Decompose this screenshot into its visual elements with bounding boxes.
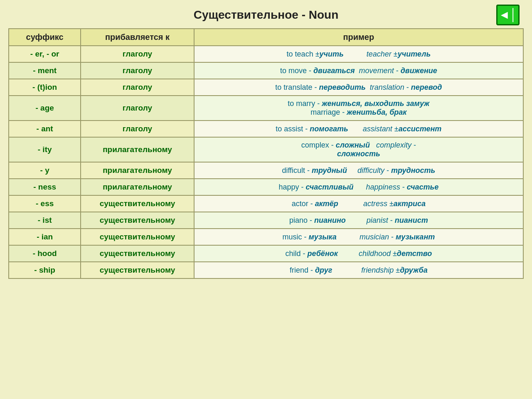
added-to-cell: существительному	[81, 195, 194, 212]
example-cell: to translate - переводить translation - …	[194, 79, 523, 96]
table-row: - yприлагательномуdifficult - трудный di…	[9, 162, 523, 179]
example-cell: actor - актёр actress ±актриса	[194, 195, 523, 212]
table-row: - essсуществительномуactor - актёр actre…	[9, 195, 523, 212]
suffix-cell: - age	[9, 96, 81, 121]
example-cell: happy - счастливый happiness - счастье	[194, 179, 523, 195]
added-to-cell: существительному	[81, 229, 194, 245]
suffix-cell: - ness	[9, 179, 81, 195]
added-to-cell: глаголу	[81, 62, 194, 79]
suffix-cell: - ist	[9, 212, 81, 229]
suffix-cell: - ian	[9, 229, 81, 245]
table-header-row: суффикс прибавляется к пример	[9, 29, 523, 46]
suffix-cell: - ess	[9, 195, 81, 212]
suffix-cell: - hood	[9, 245, 81, 262]
example-cell: child - ребёнок childhood ±детство	[194, 245, 523, 262]
col-header-example: пример	[194, 29, 523, 46]
example-cell: to assist - помогать assistant ±ассистен…	[194, 121, 523, 137]
suffix-cell: - ity	[9, 137, 81, 162]
added-to-cell: существительному	[81, 262, 194, 278]
noun-suffixes-table: суффикс прибавляется к пример - er, - or…	[8, 28, 524, 279]
table-row: - (t)ionглаголуto translate - переводить…	[9, 79, 523, 96]
nav-back-button[interactable]: ◄│	[496, 5, 520, 25]
page-title: Существительное - Noun	[194, 8, 339, 22]
table-row: - er, - orглаголуto teach ±учить teacher…	[9, 46, 523, 62]
added-to-cell: глаголу	[81, 121, 194, 137]
col-header-suffix: суффикс	[9, 29, 81, 46]
added-to-cell: глаголу	[81, 79, 194, 96]
example-cell: to move - двигаться movement - движение	[194, 62, 523, 79]
added-to-cell: существительному	[81, 212, 194, 229]
suffix-cell: - y	[9, 162, 81, 179]
suffix-cell: - ship	[9, 262, 81, 278]
table-row: - ityприлагательномуcomplex - сложный co…	[9, 137, 523, 162]
table-row: - ianсуществительномуmusic - музыка musi…	[9, 229, 523, 245]
suffix-cell: - er, - or	[9, 46, 81, 62]
page-header: Существительное - Noun ◄│	[8, 8, 524, 22]
example-cell: piano - пианино pianist - пианист	[194, 212, 523, 229]
added-to-cell: прилагательному	[81, 179, 194, 195]
example-cell: to marry - жениться, выходить замужmarri…	[194, 96, 523, 121]
added-to-cell: прилагательному	[81, 137, 194, 162]
example-cell: difficult - трудный difficulty - труднос…	[194, 162, 523, 179]
table-row: - mentглаголуto move - двигаться movemen…	[9, 62, 523, 79]
table-row: - istсуществительномуpiano - пианино pia…	[9, 212, 523, 229]
suffix-cell: - ant	[9, 121, 81, 137]
table-row: - hoodсуществительномуchild - ребёнок ch…	[9, 245, 523, 262]
example-cell: music - музыка musician - музыкант	[194, 229, 523, 245]
added-to-cell: глаголу	[81, 46, 194, 62]
table-row: - antглаголуto assist - помогать assista…	[9, 121, 523, 137]
added-to-cell: глаголу	[81, 96, 194, 121]
table-row: - shipсуществительномуfriend - друг frie…	[9, 262, 523, 278]
table-row: - nessприлагательномуhappy - счастливый …	[9, 179, 523, 195]
table-row: - ageглаголуto marry - жениться, выходит…	[9, 96, 523, 121]
added-to-cell: существительному	[81, 245, 194, 262]
suffix-cell: - ment	[9, 62, 81, 79]
suffix-cell: - (t)ion	[9, 79, 81, 96]
col-header-added: прибавляется к	[81, 29, 194, 46]
example-cell: to teach ±учить teacher ±учитель	[194, 46, 523, 62]
added-to-cell: прилагательному	[81, 162, 194, 179]
example-cell: complex - сложный complexity -сложность	[194, 137, 523, 162]
example-cell: friend - друг friendship ±дружба	[194, 262, 523, 278]
